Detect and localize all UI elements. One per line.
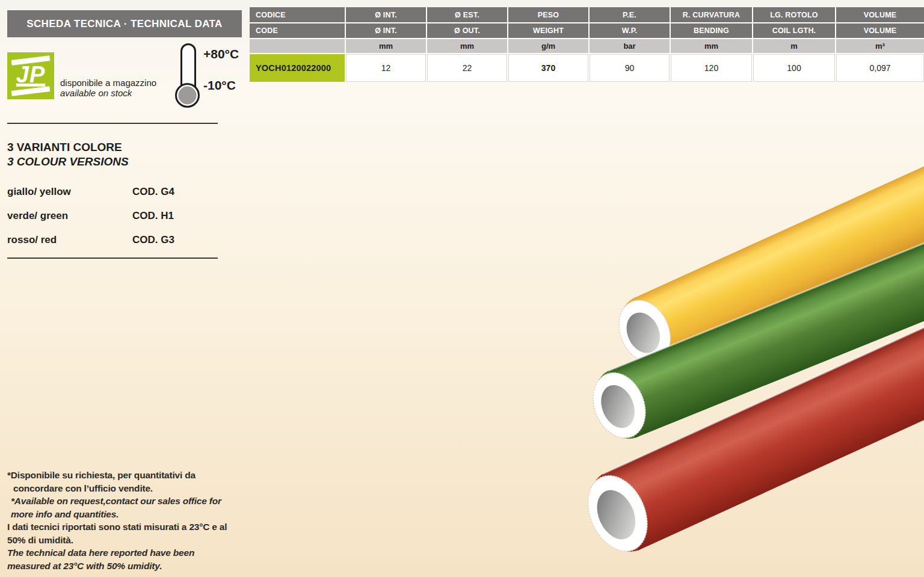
logo-text: JP <box>7 62 54 88</box>
col-header-bending-en: BENDING <box>671 23 752 38</box>
cell-coil-m: 100 <box>753 54 835 82</box>
divider-top <box>7 123 218 124</box>
availability-it: disponibile a magazzino <box>60 78 156 88</box>
col-header-peso-it: PESO <box>508 7 588 22</box>
unit-cell-bending: mm <box>671 39 752 53</box>
page-title: SCHEDA TECNICA · TECHNICAL DATA <box>26 18 223 30</box>
temp-max: +80°C <box>203 47 239 61</box>
variants-heading-it: 3 VARIANTI COLORE <box>7 140 129 155</box>
jp-brand-logo: JP <box>7 52 54 99</box>
variant-row-yellow: giallo/ yellow COD. G4 <box>7 186 218 198</box>
variant-name: giallo/ yellow <box>7 186 71 197</box>
availability-en: available on stock <box>60 88 156 98</box>
variant-code: COD. G3 <box>132 234 174 246</box>
variant-name: rosso/ red <box>7 234 57 245</box>
availability-note: disponibile a magazzino available on sto… <box>60 78 156 98</box>
temperature-range: +80°C -10°C <box>173 43 245 103</box>
unit-cell-coil: m <box>753 39 835 53</box>
section-title-bar: SCHEDA TECNICA · TECHNICAL DATA <box>7 10 242 37</box>
unit-cell-wp: bar <box>590 39 670 53</box>
technical-data-table: CODICE Ø INT. Ø EST. PESO P.E. R. CURVAT… <box>250 7 924 82</box>
col-header-out-en: Ø OUT. <box>427 23 507 38</box>
hose-green <box>582 226 924 448</box>
col-header-int-en: Ø INT. <box>346 23 426 38</box>
temp-min: -10°C <box>203 78 236 93</box>
unit-cell-int: mm <box>346 39 426 53</box>
cell-out-mm: 22 <box>427 54 507 82</box>
footnote-request-it: *Disponibile su richiesta, per quantitat… <box>7 469 225 495</box>
col-header-rotolo-it: LG. ROTOLO <box>753 7 835 22</box>
variant-code: COD. G4 <box>132 186 174 198</box>
cell-int-mm: 12 <box>346 54 426 82</box>
variant-row-green: verde/ green COD. H1 <box>7 210 218 222</box>
technical-datasheet-page: SCHEDA TECNICA · TECHNICAL DATA CODICE Ø… <box>0 0 924 577</box>
col-header-volume-en: VOLUME <box>836 23 924 38</box>
variant-code: COD. H1 <box>132 210 174 222</box>
col-header-est-it: Ø EST. <box>427 7 507 22</box>
col-header-codice: CODICE <box>250 7 345 22</box>
col-header-weight-en: WEIGHT <box>508 23 588 38</box>
col-header-int-it: Ø INT. <box>346 7 426 22</box>
footnote-measured-en: The technical data here reported have be… <box>7 546 206 572</box>
col-header-code: CODE <box>250 23 345 38</box>
footnotes: *Disponibile su richiesta, per quantitat… <box>7 469 243 572</box>
thermometer-bulb <box>175 83 200 108</box>
col-header-curv-it: R. CURVATURA <box>671 7 752 22</box>
unit-cell-empty <box>250 39 345 53</box>
variant-row-red: rosso/ red COD. G3 <box>7 234 218 246</box>
cell-product-code: YOCH0120022000 <box>250 54 345 82</box>
col-header-pe-it: P.E. <box>590 7 670 22</box>
unit-cell-out: mm <box>427 39 507 53</box>
divider-bottom <box>7 258 218 259</box>
cell-volume-m3: 0,097 <box>836 54 924 82</box>
cell-weight-gm: 370 <box>508 54 588 82</box>
variants-heading-en: 3 COLOUR VERSIONS <box>7 155 129 169</box>
col-header-volume-it: VOLUME <box>836 7 924 22</box>
cell-wp-bar: 90 <box>590 54 670 82</box>
col-header-wp-en: W.P. <box>590 23 670 38</box>
hose-red <box>575 308 924 563</box>
variant-name: verde/ green <box>7 210 68 221</box>
hose-yellow <box>608 144 924 373</box>
unit-cell-volume: m³ <box>836 39 924 53</box>
footnote-request-en: *Available on request,contact our sales … <box>7 495 223 520</box>
footnote-measured-it: I dati tecnici riportati sono stati misu… <box>7 520 243 546</box>
variants-heading: 3 VARIANTI COLORE 3 COLOUR VERSIONS <box>7 140 129 169</box>
cell-bending-mm: 120 <box>671 54 752 82</box>
unit-cell-weight: g/m <box>508 39 588 53</box>
col-header-coil-en: COIL LGTH. <box>753 23 835 38</box>
